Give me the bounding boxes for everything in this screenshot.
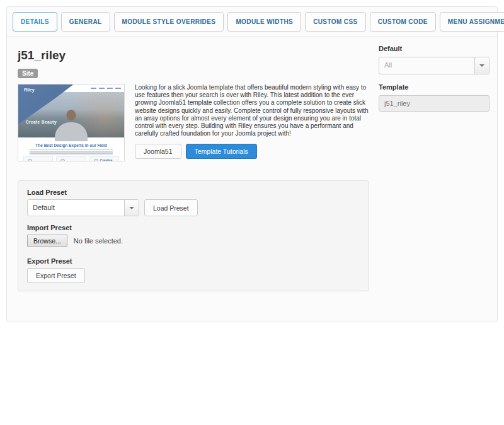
chevron-down-icon[interactable] <box>124 200 139 216</box>
tab-details[interactable]: DETAILS <box>13 12 57 32</box>
import-preset-file-row: Browse... No file selected. <box>27 235 360 247</box>
tab-module-widths[interactable]: MODULE WIDTHS <box>227 12 301 32</box>
site-badge: Site <box>18 69 38 78</box>
export-preset-button[interactable]: Export Preset <box>27 268 85 283</box>
template-style-panel: DETAILS GENERAL MODULE STYLE OVERRIDES M… <box>6 6 498 322</box>
load-preset-label: Load Preset <box>27 189 360 196</box>
details-tab-content: j51_riley Site Create Beauty Riley <box>7 37 497 301</box>
thumbnail-tile-icon <box>94 159 98 161</box>
browse-file-button[interactable]: Browse... <box>27 235 67 247</box>
template-input <box>379 95 490 112</box>
template-thumbnail: Create Beauty Riley The Best Design Expe… <box>18 84 125 161</box>
load-preset-row: Default Load Preset <box>27 199 360 216</box>
thumbnail-site-logo: Riley <box>24 88 35 92</box>
description-column: Looking for a slick Joomla template that… <box>135 84 369 161</box>
thumbnail-text-lines <box>30 149 113 154</box>
preset-panel: Load Preset Default Load Preset Import P… <box>18 180 369 291</box>
tab-menu-assignment[interactable]: MENU ASSIGNMENT <box>440 12 504 32</box>
thumbnail-person-figure <box>52 110 90 137</box>
joomla51-button[interactable]: Joomla51 <box>135 144 181 159</box>
import-preset-label: Import Preset <box>27 224 360 231</box>
default-label: Default <box>379 45 490 52</box>
thumbnail-section-heading: The Best Design Experts in our Field <box>18 143 124 148</box>
tab-module-style-overrides[interactable]: MODULE STYLE OVERRIDES <box>114 12 224 32</box>
sidebar: Default All Template <box>379 45 490 112</box>
tab-custom-css[interactable]: CUSTOM CSS <box>305 12 366 32</box>
load-preset-select[interactable]: Default <box>27 199 139 216</box>
tab-custom-code[interactable]: CUSTOM CODE <box>370 12 436 32</box>
tab-bar: DETAILS GENERAL MODULE STYLE OVERRIDES M… <box>7 7 497 37</box>
default-selected-value: All <box>379 57 474 74</box>
template-description: Looking for a slick Joomla template that… <box>135 84 369 137</box>
thumbnail-tile-icon <box>28 159 32 161</box>
description-buttons: Joomla51 Template Tutorials <box>135 144 369 159</box>
load-preset-button[interactable]: Load Preset <box>144 199 198 216</box>
thumbnail-tile-icon <box>60 159 65 161</box>
load-preset-selected-value: Default <box>28 200 124 216</box>
chevron-down-icon[interactable] <box>474 57 489 74</box>
export-preset-label: Export Preset <box>27 257 360 265</box>
template-style-edit-page: DETAILS GENERAL MODULE STYLE OVERRIDES M… <box>0 0 504 425</box>
thumbnail-hero-caption: Create Beauty <box>26 120 57 124</box>
thumbnail-feature-tiles: Creative <box>23 156 119 161</box>
template-label: Template <box>379 83 490 91</box>
default-select[interactable]: All <box>379 57 490 74</box>
thumbnail-nav-links <box>91 88 121 89</box>
tab-general[interactable]: GENERAL <box>61 12 110 32</box>
template-tutorials-button[interactable]: Template Tutorials <box>186 144 257 159</box>
file-selected-status: No file selected. <box>74 237 123 245</box>
